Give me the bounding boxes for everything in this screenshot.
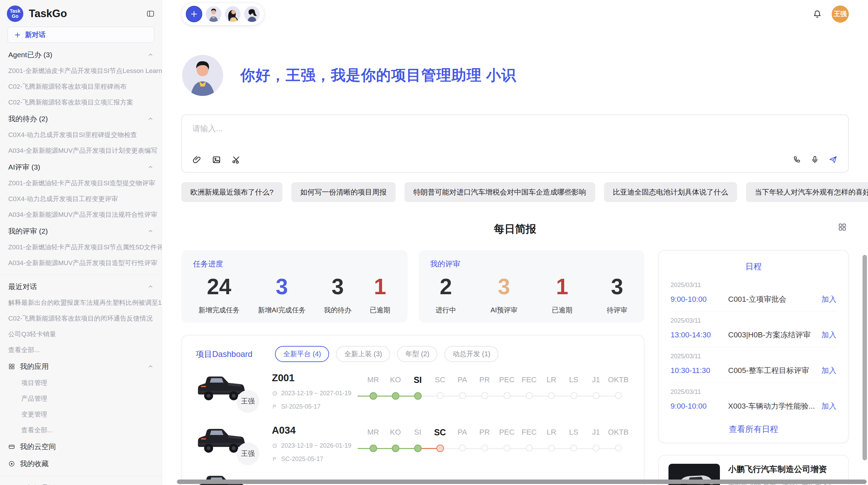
microphone-icon[interactable] xyxy=(810,155,819,164)
metric-new-done[interactable]: 24 新增完成任务 xyxy=(198,272,240,315)
list-item[interactable]: C02-飞腾新能源轻客改款项目里程碑画布 xyxy=(0,79,162,95)
project-row-a034[interactable]: 王强 A034 2023-12-19 ~ 2026-01-19 SC-2025-… xyxy=(196,425,630,463)
tab-all-new-platform[interactable]: 全新平台 (4) xyxy=(275,346,329,362)
sidebar-item-project-mgmt[interactable]: 项目管理 xyxy=(0,375,162,391)
avatar[interactable] xyxy=(206,6,221,22)
list-item[interactable]: 解释最新出台的欧盟报废车法规再生塑料比例被调至15%... xyxy=(0,295,162,311)
daily-briefing-header: 每日简报 xyxy=(181,222,849,235)
list-item[interactable]: A034-全新新能源MUV产品开发项目计划变更表编写 xyxy=(0,143,162,159)
chat-input-box[interactable] xyxy=(181,114,849,173)
metric-ai-prereview[interactable]: 3 AI预评审 xyxy=(491,272,518,315)
section-my-review[interactable]: 我的评审 (2) xyxy=(0,223,162,239)
event-name: C005-整车工程目标评审 xyxy=(728,365,821,376)
list-item[interactable]: A034-全新新能源MUV产品开发项目法规符合性评审 xyxy=(0,207,162,223)
dashboard-header: 项目Dashboard 全新平台 (4) 全新上装 (3) 年型 (2) 动总开… xyxy=(196,346,630,362)
suggestion-chip[interactable]: 当下年轻人对汽车外观有怎样的喜好趋势 xyxy=(746,182,868,202)
section-title: AI评审 (3) xyxy=(8,162,40,172)
project-row-z001[interactable]: 王强 Z001 2023-12-19 ~ 2027-01-19 SI-2025-… xyxy=(196,372,630,410)
milestone-dot xyxy=(615,445,622,451)
milestone-fec: FEC xyxy=(518,372,540,410)
section-title: 我的评审 (2) xyxy=(8,226,48,236)
join-link[interactable]: 加入 xyxy=(821,365,836,376)
sidebar-collapse-icon[interactable] xyxy=(146,9,155,18)
metric-in-progress[interactable]: 2 进行中 xyxy=(436,272,456,315)
user-avatar[interactable]: 王强 xyxy=(832,5,849,23)
list-item[interactable]: Z001-全新燃油轻卡产品开发项目SI节点属性5D文件评审 xyxy=(0,239,162,255)
milestone-dot xyxy=(526,392,533,399)
sidebar-item-change-mgmt[interactable]: 变更管理 xyxy=(0,407,162,422)
chevron-up-icon[interactable] xyxy=(147,284,154,290)
clock-icon xyxy=(272,390,278,396)
new-chat-label: 新对话 xyxy=(25,30,46,39)
avatar[interactable] xyxy=(244,6,260,22)
sidebar-item-cloud-space[interactable]: 我的云空间 xyxy=(0,438,162,455)
new-chat-button[interactable]: 新对话 xyxy=(8,27,154,43)
list-item[interactable]: C02-飞腾新能源轻客改款项目的闭环通告反馈情况 xyxy=(0,311,162,326)
chevron-up-icon[interactable] xyxy=(147,164,154,170)
milestone-ko: KO xyxy=(384,425,407,463)
list-item[interactable]: Z001-全新燃油皮卡产品开发项目SI节点Lesson Learn报告 xyxy=(0,63,162,79)
sidebar-item-my-apps[interactable]: 我的应用 xyxy=(0,358,162,375)
chevron-up-icon[interactable] xyxy=(147,363,154,370)
sidebar-item-label: 我的云空间 xyxy=(20,442,56,451)
metric-label: 我的待办 xyxy=(324,306,351,315)
milestone-pec: PEC xyxy=(496,425,518,463)
section-ai-review[interactable]: AI评审 (3) xyxy=(0,159,162,175)
list-item[interactable]: 公司Q3轻卡销量 xyxy=(0,326,162,342)
image-upload-icon[interactable] xyxy=(212,155,221,164)
horizontal-scrollbar[interactable] xyxy=(177,480,867,484)
card-title: 任务进度 xyxy=(193,259,396,269)
layout-grid-icon[interactable] xyxy=(838,223,847,232)
view-all-chats[interactable]: 查看全部... xyxy=(0,342,162,358)
milestone-j1: J1 xyxy=(585,425,607,463)
suggestion-chip[interactable]: 如何写一份清晰的项目周报 xyxy=(291,182,396,202)
cloud-drive-icon xyxy=(8,443,15,450)
chevron-up-icon[interactable] xyxy=(147,116,154,122)
chevron-up-icon[interactable] xyxy=(147,228,154,234)
join-link[interactable]: 加入 xyxy=(821,294,836,304)
suggestion-chip[interactable]: 欧洲新规最近颁布了什么? xyxy=(181,182,282,202)
milestone-dot xyxy=(593,392,600,399)
chevron-up-icon[interactable] xyxy=(147,52,154,58)
sidebar-item-product-mgmt[interactable]: 产品管理 xyxy=(0,391,162,407)
section-agent-done[interactable]: Agent已办 (3) xyxy=(0,46,162,63)
section-my-todo[interactable]: 我的待办 (2) xyxy=(0,110,162,127)
section-recent-chats[interactable]: 最近对话 xyxy=(0,278,162,295)
view-all-apps[interactable]: 查看全部... xyxy=(0,422,162,438)
suggestion-chip[interactable]: 比亚迪全固态电池计划具体说了什么 xyxy=(604,182,737,202)
milestone-dot xyxy=(370,392,377,400)
metric-overdue[interactable]: 1 已逾期 xyxy=(552,272,572,315)
notification-bell-icon[interactable] xyxy=(812,9,822,19)
list-item[interactable]: A034-全新新能源MUV产品开发项目造型可行性评审 xyxy=(0,255,162,271)
view-all-schedule-link[interactable]: 查看所有日程 xyxy=(671,424,836,435)
schedule-card: 日程 2025/03/11 9:00-10:00 C001-立项审批会 加入 2… xyxy=(658,250,849,443)
list-item[interactable]: C0X4-动力总成开发项目工程变更评审 xyxy=(0,191,162,207)
metric-pending-review[interactable]: 3 待评审 xyxy=(607,272,627,315)
vertical-scrollbar[interactable] xyxy=(863,255,867,460)
scissors-icon[interactable] xyxy=(231,155,241,164)
send-icon[interactable] xyxy=(828,155,838,164)
list-item[interactable]: C02-飞腾新能源轻客改款项目立项汇报方案 xyxy=(0,95,162,110)
phone-call-icon[interactable] xyxy=(793,155,801,164)
event-time: 13:00-14:30 xyxy=(671,331,728,339)
list-item[interactable]: C0X4-动力总成开发项目SI里程碑提交物检查 xyxy=(0,127,162,143)
tab-powertrain[interactable]: 动总开发 (1) xyxy=(444,346,498,362)
event-row: 13:00-14:30 C003|H0B-方案冻结评审 加入 xyxy=(671,330,836,340)
suggestion-chip[interactable]: 特朗普可能对进口汽车增税会对中国车企造成哪些影响 xyxy=(405,182,595,202)
sidebar-item-favorites[interactable]: 我的收藏 xyxy=(0,455,162,472)
tab-year-model[interactable]: 年型 (2) xyxy=(397,346,437,362)
sidebar-item-ai-super-staff[interactable]: AI超级员工 xyxy=(0,480,162,485)
paperclip-icon[interactable] xyxy=(192,155,202,164)
metric-new-ai-done[interactable]: 3 新增AI完成任务 xyxy=(258,272,306,315)
list-item[interactable]: Z001-全新燃油轻卡产品开发项目SI造型提交物评审 xyxy=(0,175,162,191)
tab-new-body[interactable]: 全新上装 (3) xyxy=(336,346,390,362)
avatar[interactable] xyxy=(225,6,241,22)
schedule-event: 2025/03/11 9:00-10:00 C001-立项审批会 加入 xyxy=(671,276,836,311)
join-link[interactable]: 加入 xyxy=(821,330,836,340)
metric-overdue[interactable]: 1 已逾期 xyxy=(370,272,390,315)
milestone-j1: J1 xyxy=(585,372,607,410)
metric-my-todo[interactable]: 3 我的待办 xyxy=(324,272,351,315)
add-agent-button[interactable] xyxy=(186,6,202,22)
join-link[interactable]: 加入 xyxy=(821,401,836,411)
chat-input[interactable] xyxy=(192,124,580,133)
